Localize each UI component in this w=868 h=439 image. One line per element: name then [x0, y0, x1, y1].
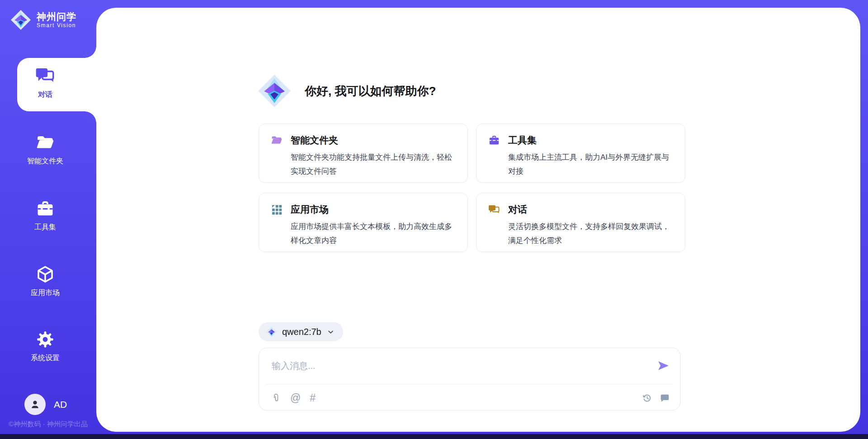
sidebar-item-app-market[interactable]: 应用市场: [0, 265, 90, 298]
bottom-strip: [0, 434, 868, 439]
sidebar-item-label: 智能文件夹: [0, 157, 90, 166]
chevron-down-icon: [326, 328, 335, 336]
card-description: 集成市场上主流工具，助力AI与外界无缝扩展与对接: [508, 150, 673, 178]
hashtag-icon[interactable]: #: [310, 393, 316, 403]
card-head: 对话: [488, 203, 673, 216]
toolbox-icon: [36, 199, 55, 218]
greeting: 你好, 我可以如何帮助你?: [257, 73, 436, 109]
card-title: 工具集: [508, 134, 537, 147]
attachment-icon[interactable]: [271, 393, 281, 403]
sidebar-item-toolset[interactable]: 工具集: [0, 199, 90, 232]
feature-cards: 智能文件夹 智能文件夹功能支持批量文件上传与清洗，轻松实现文件问答 工具集 集成…: [259, 124, 685, 252]
sidebar-item-settings[interactable]: 系统设置: [0, 330, 90, 363]
card-title: 应用市场: [291, 203, 329, 216]
message-input[interactable]: [271, 357, 634, 374]
brand-logo: 神州问学 Smart Vision: [10, 9, 76, 31]
card-description: 智能文件夹功能支持批量文件上传与清洗，轻松实现文件问答: [291, 150, 456, 178]
sidebar-item-chat-content: 对话: [17, 58, 73, 111]
mention-icon[interactable]: @: [290, 393, 301, 403]
user-account[interactable]: AD: [24, 394, 67, 415]
brand-gem-icon: [266, 326, 277, 338]
sidebar-item-label: 工具集: [0, 223, 90, 232]
card-title: 智能文件夹: [291, 134, 338, 147]
person-icon: [29, 398, 41, 410]
copyright-text: ©神州数码 · 神州问学出品: [0, 420, 96, 429]
brand-gem-icon: [10, 9, 32, 31]
chat-bubble-icon[interactable]: [660, 393, 670, 403]
sidebar-item-smart-folder[interactable]: 智能文件夹: [0, 133, 90, 166]
sidebar: 神州问学 Smart Vision 对话 智能文件夹 工具集 应用市场 系统设置: [0, 0, 96, 439]
composer-divider: [266, 384, 673, 384]
card-smart-folder[interactable]: 智能文件夹 智能文件夹功能支持批量文件上传与清洗，轻松实现文件问答: [259, 124, 468, 183]
composer-tools-right: [642, 393, 670, 403]
card-toolset[interactable]: 工具集 集成市场上主流工具，助力AI与外界无缝扩展与对接: [476, 124, 685, 183]
folder-open-icon: [271, 134, 283, 146]
model-selector[interactable]: qwen2:7b: [259, 322, 343, 341]
send-button[interactable]: [656, 359, 670, 372]
toolbox-icon: [488, 134, 500, 146]
sidebar-item-label: 应用市场: [0, 288, 90, 298]
folder-open-icon: [36, 133, 55, 152]
app-window: 神州问学 Smart Vision 对话 智能文件夹 工具集 应用市场 系统设置: [0, 0, 868, 439]
avatar: [24, 394, 46, 415]
sidebar-item-label: 系统设置: [0, 353, 90, 363]
card-title: 对话: [508, 203, 527, 216]
card-description: 灵活切换多模型文件，支持多样回复效果调试，满足个性化需求: [508, 220, 673, 248]
card-head: 智能文件夹: [271, 134, 456, 147]
send-icon: [656, 359, 670, 372]
composer-tools-left: @ #: [271, 393, 316, 403]
tab-fillet-top: [85, 46, 96, 58]
cube-icon: [36, 265, 55, 284]
chat-icon: [488, 204, 500, 215]
gear-icon: [36, 330, 55, 349]
brand-subtitle: Smart Vision: [37, 22, 76, 29]
card-app-market[interactable]: 应用市场 应用市场提供丰富长文本模板，助力高效生成多样化文章内容: [259, 193, 468, 252]
brand-name: 神州问学: [37, 11, 76, 22]
history-icon[interactable]: [642, 393, 652, 403]
card-description: 应用市场提供丰富长文本模板，助力高效生成多样化文章内容: [291, 220, 456, 248]
sidebar-item-chat[interactable]: 对话: [17, 58, 96, 111]
greeting-text: 你好, 我可以如何帮助你?: [305, 83, 436, 99]
card-chat[interactable]: 对话 灵活切换多模型文件，支持多样回复效果调试，满足个性化需求: [476, 193, 685, 252]
card-head: 应用市场: [271, 203, 456, 216]
tab-fillet-bottom: [85, 111, 96, 123]
card-head: 工具集: [488, 134, 673, 147]
user-initials: AD: [54, 399, 67, 410]
message-composer: @ #: [259, 348, 680, 410]
sidebar-item-label: 对话: [17, 90, 73, 100]
app-grid-icon: [271, 204, 283, 215]
brand-text: 神州问学 Smart Vision: [37, 11, 76, 29]
brand-gem-icon: [257, 73, 292, 109]
model-name: qwen2:7b: [282, 327, 321, 337]
chat-icon: [35, 66, 55, 86]
